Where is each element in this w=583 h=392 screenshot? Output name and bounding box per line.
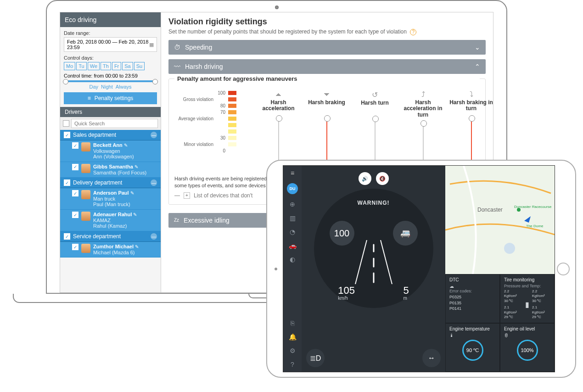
maneuver-name: Harsh acceleration <box>254 100 303 113</box>
help-icon[interactable]: ? <box>410 29 416 35</box>
car-icon[interactable]: 🚗 <box>289 242 297 249</box>
driver-name: Anderson Paul ✎ <box>93 190 134 196</box>
tablet-nav: ≡ DU ⊕ ▥ ◔ 🚗 ◐ ⎘ 🔔 ⚙ ? <box>283 166 302 372</box>
oil-title: Engine oil level <box>504 326 550 331</box>
edit-icon[interactable]: ✎ <box>124 143 128 148</box>
collision-gauge: WARNING! 100 🚐 105km/h 5m <box>314 189 433 308</box>
engtemp-title: Engine temperature <box>449 326 496 331</box>
days-row: Mo Tu We Th Fr Sa Su <box>64 62 157 70</box>
day-fr[interactable]: Fr <box>112 62 121 70</box>
tablet-home-button[interactable] <box>557 263 570 275</box>
speed-readout: 105km/h <box>338 286 355 301</box>
preset-always[interactable]: Always <box>116 84 132 90</box>
tile-oil[interactable]: Engine oil level 🛢 100% <box>500 323 555 372</box>
control-time-label: Control time: from 00:00 to 23:59 <box>64 73 157 78</box>
edit-icon[interactable]: ✎ <box>130 190 134 196</box>
day-sa[interactable]: Sa <box>122 62 133 70</box>
oil-value: 100% <box>517 340 538 361</box>
day-we[interactable]: We <box>88 62 100 70</box>
du-badge[interactable]: DU <box>287 183 298 194</box>
exit-icon[interactable]: ⎘ <box>291 319 294 327</box>
driver-row[interactable]: ✓Beckett Ann ✎VolkswagenAnn (Volkswagen) <box>60 140 161 162</box>
help-icon[interactable]: ? <box>291 361 294 368</box>
sidebar-title: Eco driving <box>60 12 161 27</box>
driver-checkbox[interactable]: ✓ <box>72 190 78 196</box>
group-checkbox[interactable]: ✓ <box>64 132 70 138</box>
tablet-frame: ≡ DU ⊕ ▥ ◔ 🚗 ◐ ⎘ 🔔 ⚙ ? 🔊 🔇 WARNING! 100 … <box>266 160 576 378</box>
driver-checkbox[interactable]: ✓ <box>72 164 78 170</box>
group-header[interactable]: ✓Sales department— <box>60 130 161 140</box>
edit-icon[interactable]: ✎ <box>135 164 138 169</box>
sound-on-button[interactable]: 🔊 <box>359 172 371 185</box>
group-name: Service department <box>73 233 121 240</box>
day-su[interactable]: Su <box>134 62 145 70</box>
day-mo[interactable]: Mo <box>64 62 75 70</box>
accordion-speeding[interactable]: ⏱ Speeding ⌄ <box>168 40 486 55</box>
drivers-header: Drivers <box>60 107 161 117</box>
edit-icon[interactable]: ✎ <box>133 212 137 217</box>
globe-icon[interactable]: ⊕ <box>290 201 295 208</box>
collapse-icon[interactable]: — <box>151 132 157 138</box>
sound-off-button[interactable]: 🔇 <box>376 172 389 185</box>
cloud-icon: ☁ <box>449 284 454 289</box>
day-th[interactable]: Th <box>101 62 111 70</box>
accordion-harsh[interactable]: 〰 Harsh driving ⌃ <box>168 59 486 74</box>
driver-sub1: Volkswagen <box>93 148 120 154</box>
search-input[interactable] <box>71 119 158 128</box>
driver-checkbox[interactable]: ✓ <box>72 244 78 250</box>
map[interactable]: Doncaster Doncaster Racecourse The Dome <box>445 166 555 274</box>
collapse-icon[interactable]: — <box>151 233 157 240</box>
page-subtitle: Set the number of penalty points that sh… <box>168 28 486 35</box>
oil-icon: 🛢 <box>504 333 509 338</box>
chart-icon[interactable]: ▥ <box>290 214 296 222</box>
avatar <box>81 244 90 253</box>
driver-checkbox[interactable]: ✓ <box>72 212 78 218</box>
hamburger-icon[interactable]: ≡ <box>291 169 294 177</box>
lane-toggle-button[interactable]: ↔ <box>422 349 441 367</box>
preset-day[interactable]: Day <box>89 84 98 90</box>
preset-night[interactable]: Night <box>101 84 113 90</box>
tire-sub: Pressure and Temp: <box>504 284 550 288</box>
range-readout: 5m <box>403 286 409 301</box>
page-title: Violation rigidity settings <box>168 17 486 27</box>
group-header[interactable]: ✓Delivery department— <box>60 178 161 188</box>
group-checkbox[interactable]: ✓ <box>64 233 70 240</box>
driver-row[interactable]: ✓Adenauer Rahul ✎KAMAZRahul (Kamaz) <box>60 210 161 231</box>
calendar-icon[interactable]: ▦ <box>149 42 154 48</box>
group-name: Delivery department <box>73 179 122 186</box>
driver-checkbox[interactable]: ✓ <box>72 142 78 149</box>
time-slider[interactable] <box>64 80 157 82</box>
engtemp-value: 90 ºC <box>462 340 483 361</box>
group-checkbox[interactable]: ✓ <box>64 179 70 186</box>
driver-sub2: Paul (Man truck) <box>93 202 130 207</box>
day-tu[interactable]: Tu <box>76 62 86 70</box>
avatar <box>81 190 90 199</box>
gear-icon[interactable]: ⚙ <box>290 347 296 354</box>
svg-text:Doncaster Racecourse: Doncaster Racecourse <box>514 205 552 209</box>
driver-name: Zumthor Michael ✎ <box>93 244 139 249</box>
collapse-icon[interactable]: — <box>151 179 157 186</box>
maneuver-icon: ⤵ <box>447 90 493 99</box>
tile-dtc[interactable]: DTC ☁ Error codes: P0325 P0135 P0141 <box>445 274 500 323</box>
headlights-button[interactable]: ≣D <box>306 349 325 367</box>
select-all-checkbox[interactable] <box>63 120 69 127</box>
clock-icon[interactable]: ◔ <box>290 228 295 235</box>
driver-row[interactable]: ✓Anderson Paul ✎Man truckPaul (Man truck… <box>60 188 161 210</box>
avatar <box>81 212 90 221</box>
group-header[interactable]: ✓Service department— <box>60 231 161 242</box>
tile-tire[interactable]: Tire monitoring Pressure and Temp: 2.2 K… <box>500 274 555 323</box>
maneuver-icon: ⏶ <box>254 90 303 99</box>
tile-engine-temp[interactable]: Engine temperature 🌡 90 ºC <box>445 323 500 372</box>
driver-name: Adenauer Rahul ✎ <box>93 212 137 217</box>
bell-icon[interactable]: 🔔 <box>289 333 297 341</box>
edit-icon[interactable]: ✎ <box>135 244 139 249</box>
driver-sub1: Man truck <box>93 196 115 202</box>
svg-point-1 <box>504 243 515 254</box>
driver-row[interactable]: ✓Zumthor Michael ✎Michael (Mazda 6) <box>60 242 161 258</box>
date-range-picker[interactable]: Feb 20, 2018 00:00 — Feb 20, 2018 23:59 … <box>64 37 157 52</box>
device-list-label: List of devices that don't <box>194 192 252 199</box>
driver-row[interactable]: ✓Gibbs Samantha ✎Samantha (Ford Focus) <box>60 162 161 178</box>
penalty-settings-button[interactable]: ≡ Penalty settings <box>64 92 157 104</box>
driver-sub1: Samantha (Ford Focus) <box>93 170 146 175</box>
gauge-icon[interactable]: ◐ <box>290 256 295 263</box>
